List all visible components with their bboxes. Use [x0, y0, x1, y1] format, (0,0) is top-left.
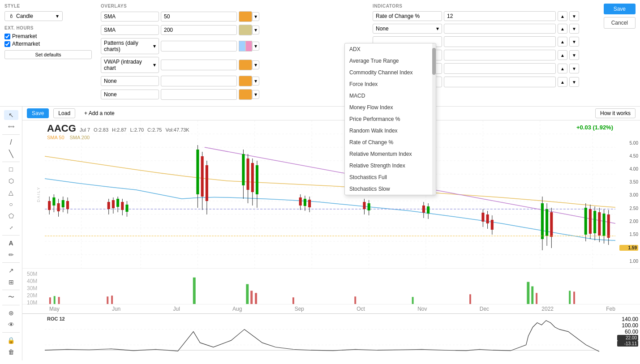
set-defaults-button[interactable]: Set defaults — [4, 50, 92, 59]
overlay-type-2[interactable]: Patterns (daily charts) ▾ — [101, 38, 159, 54]
text-tool[interactable]: A — [4, 238, 18, 248]
triangle-tool[interactable]: △ — [4, 188, 18, 197]
indicator-up-2[interactable]: ▲ — [558, 37, 567, 47]
indicator-value-1[interactable] — [444, 24, 556, 34]
svg-rect-49 — [242, 154, 245, 185]
lock-tool[interactable]: 🔒 — [4, 335, 18, 345]
wave-tool[interactable]: 〜 — [4, 292, 18, 302]
load-chart-button[interactable]: Load — [53, 108, 75, 118]
indicator-up-0[interactable]: ▲ — [558, 11, 567, 21]
cursor-tool[interactable]: ↖ — [4, 110, 18, 120]
roc-high-value: 22.00 — [617, 335, 638, 341]
svg-rect-83 — [584, 208, 587, 235]
svg-rect-93 — [607, 214, 610, 238]
brush-tool[interactable]: ✏ — [4, 250, 18, 260]
aftermarket-checkbox[interactable] — [4, 41, 10, 47]
eye-tool[interactable]: 👁 — [4, 320, 18, 330]
diagonal-line-tool[interactable]: ╲ — [4, 149, 18, 159]
dropdown-item-macd[interactable]: MACD — [345, 90, 436, 102]
overlay-type-1[interactable]: SMA — [101, 25, 159, 35]
overlay-color-2b[interactable] — [245, 41, 252, 51]
toolbar-divider-5 — [2, 290, 20, 290]
dropdown-item-sf[interactable]: Stochastics Full — [345, 171, 436, 183]
dropdown-item-rmi[interactable]: Relative Momentum Index — [345, 148, 436, 160]
overlay-color-3[interactable] — [239, 60, 252, 70]
chart-toolbar: Save Load + Add a note How it works — [22, 107, 640, 120]
indicator-value-0[interactable] — [444, 11, 556, 21]
dropdown-scrollbar[interactable] — [432, 43, 436, 195]
overlay-color-1[interactable] — [239, 25, 252, 35]
ext-hours-label: EXT. HOURS — [4, 26, 92, 30]
save-chart-button[interactable]: Save — [27, 108, 49, 118]
overlay-value-1[interactable] — [161, 25, 237, 35]
node-tool[interactable]: ⊛ — [4, 308, 18, 318]
overlay-type-5[interactable]: None — [101, 90, 159, 99]
indicator-down-1[interactable]: ▼ — [569, 24, 579, 34]
svg-rect-61 — [308, 200, 311, 207]
dropdown-item-roc[interactable]: Rate of Change % — [345, 137, 436, 148]
style-select[interactable]: 🕯 Candle ▾ — [4, 11, 63, 21]
overlay-color-chevron-1[interactable]: ▾ — [252, 26, 259, 34]
overlay-type-0[interactable]: SMA — [101, 12, 159, 21]
cancel-button[interactable]: Cancel — [604, 17, 636, 29]
add-note-button[interactable]: + Add a note — [80, 109, 119, 118]
indicator-up-5[interactable]: ▲ — [558, 77, 567, 87]
arrow-multi-tool[interactable]: ⤢ — [4, 223, 18, 232]
overlays-column: OVERLAYS SMA ▾ SMA ▾ P — [101, 4, 364, 103]
premarket-checkbox[interactable] — [4, 34, 10, 39]
grid-tool[interactable]: ⊞ — [4, 277, 18, 287]
svg-rect-67 — [422, 206, 425, 213]
dropdown-item-cci[interactable]: Commodity Channel Index — [345, 67, 436, 78]
dropdown-item-adx[interactable]: ADX — [345, 43, 436, 55]
arrow-line-tool[interactable]: ↗ — [4, 266, 18, 275]
dropdown-item-mfi[interactable]: Money Flow Index — [345, 102, 436, 113]
rect-tool[interactable]: □ — [4, 164, 18, 174]
how-it-works-button[interactable]: How it works — [595, 108, 636, 118]
indicator-up-3[interactable]: ▲ — [558, 50, 567, 60]
dropdown-item-ss[interactable]: Stochastics Slow — [345, 183, 436, 195]
overlay-type-4[interactable]: None — [101, 76, 159, 86]
overlay-color-chevron-5[interactable]: ▾ — [252, 90, 259, 99]
overlay-color-5[interactable] — [239, 89, 252, 100]
dropdown-item-pp[interactable]: Price Performance % — [345, 113, 436, 125]
circle-tool[interactable]: ○ — [4, 199, 18, 209]
indicator-type-0[interactable]: Rate of Change % — [373, 11, 442, 21]
dropdown-item-rwi[interactable]: Random Walk Index — [345, 125, 436, 137]
overlay-color-4[interactable] — [239, 76, 252, 86]
roc-section: ROC 12 140.00 100.00 60.00 22.00 -13. — [22, 313, 640, 360]
indicator-down-2[interactable]: ▼ — [569, 37, 579, 47]
overlay-color-chevron-0[interactable]: ▾ — [252, 12, 259, 21]
overlay-color-chevron-3[interactable]: ▾ — [252, 60, 259, 69]
overlay-color-chevron-2[interactable]: ▾ — [252, 42, 259, 51]
volume-svg — [45, 269, 597, 304]
overlay-value-0[interactable] — [161, 12, 237, 21]
vol-30m: 30M — [27, 285, 37, 291]
indicator-down-3[interactable]: ▼ — [569, 50, 579, 60]
pentagon-tool[interactable]: ⬠ — [4, 211, 18, 221]
indicator-down-5[interactable]: ▼ — [569, 77, 579, 87]
bottom-area: ↖ ⟺ / ╲ □ ⬡ △ ○ ⬠ ⤢ A ✏ ↗ ⊞ 〜 ⊛ 👁 🔒 🗑 Sa… — [0, 107, 640, 360]
vol-50m: 50M — [27, 271, 37, 277]
indicator-up-1[interactable]: ▲ — [558, 24, 567, 34]
indicator-up-4[interactable]: ▲ — [558, 64, 567, 73]
dropdown-item-atr[interactable]: Average True Range — [345, 55, 436, 67]
svg-rect-37 — [116, 199, 119, 207]
trash-tool[interactable]: 🗑 — [4, 347, 18, 357]
ruler-tool[interactable]: ⟺ — [4, 122, 18, 132]
svg-rect-53 — [251, 163, 254, 192]
indicator-down-0[interactable]: ▼ — [569, 11, 579, 21]
overlay-color-2a[interactable] — [239, 41, 245, 51]
indicator-down-4[interactable]: ▼ — [569, 64, 579, 73]
overlay-color-0[interactable] — [239, 11, 252, 22]
price-3.50: 3.50 — [619, 180, 638, 184]
svg-rect-99 — [111, 295, 113, 304]
dropdown-item-rsi[interactable]: Relative Strength Index — [345, 160, 436, 171]
overlay-type-3[interactable]: VWAP (intraday chart ▾ — [101, 57, 159, 73]
save-button[interactable]: Save — [604, 4, 636, 14]
indicator-type-1[interactable]: None ▾ — [373, 24, 442, 34]
line-tool[interactable]: / — [4, 137, 18, 147]
overlay-color-chevron-4[interactable]: ▾ — [252, 77, 259, 86]
roc-60: 60.00 — [617, 329, 638, 335]
dropdown-item-fi[interactable]: Force Index — [345, 78, 436, 90]
polygon-tool[interactable]: ⬡ — [4, 176, 18, 186]
